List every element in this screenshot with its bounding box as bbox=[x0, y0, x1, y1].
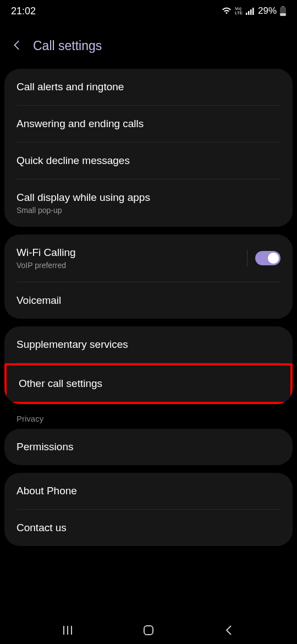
contact-us[interactable]: Contact us bbox=[4, 510, 293, 546]
highlight-annotation: Other call settings bbox=[4, 363, 293, 404]
back-button[interactable] bbox=[223, 624, 235, 636]
about-group: About Phone Contact us bbox=[4, 473, 293, 546]
back-icon[interactable] bbox=[11, 39, 23, 53]
wifi-icon bbox=[222, 7, 232, 15]
item-label: Wi-Fi Calling bbox=[16, 247, 76, 259]
supplementary-services[interactable]: Supplementary services bbox=[4, 326, 293, 363]
navigation-bar bbox=[0, 616, 297, 644]
item-label: Supplementary services bbox=[16, 339, 128, 351]
settings-group-3: Supplementary services Other call settin… bbox=[4, 326, 293, 404]
signal-icon bbox=[246, 7, 255, 15]
answering-ending-calls[interactable]: Answering and ending calls bbox=[4, 106, 293, 142]
svg-rect-0 bbox=[246, 13, 248, 15]
call-alerts-ringtone[interactable]: Call alerts and ringtone bbox=[4, 69, 293, 105]
item-label: About Phone bbox=[16, 485, 77, 497]
item-label: Voicemail bbox=[16, 294, 61, 307]
item-label: Call display while using apps bbox=[16, 192, 150, 204]
item-label: Permissions bbox=[16, 441, 73, 453]
permissions[interactable]: Permissions bbox=[4, 429, 293, 465]
svg-rect-10 bbox=[144, 626, 153, 635]
settings-group-1: Call alerts and ringtone Answering and e… bbox=[4, 69, 293, 227]
battery-icon bbox=[280, 6, 286, 16]
divider bbox=[247, 250, 248, 266]
item-subtitle: VoIP preferred bbox=[16, 261, 76, 270]
call-display-while-using-apps[interactable]: Call display while using apps Small pop-… bbox=[4, 179, 293, 227]
battery-text: 29% bbox=[258, 6, 277, 17]
item-subtitle: Small pop-up bbox=[16, 206, 150, 215]
wifi-calling-toggle[interactable] bbox=[255, 251, 280, 265]
privacy-section-label: Privacy bbox=[4, 412, 293, 429]
svg-rect-4 bbox=[282, 6, 284, 7]
voicemail[interactable]: Voicemail bbox=[4, 282, 293, 319]
item-label: Contact us bbox=[16, 522, 67, 534]
status-indicators: Vo)LTE 29% bbox=[222, 6, 286, 17]
svg-rect-1 bbox=[248, 11, 250, 15]
item-label: Call alerts and ringtone bbox=[16, 81, 124, 93]
quick-decline-messages[interactable]: Quick decline messages bbox=[4, 143, 293, 179]
other-call-settings[interactable]: Other call settings bbox=[7, 365, 290, 402]
settings-group-2: Wi-Fi Calling VoIP preferred Voicemail bbox=[4, 234, 293, 319]
wifi-calling[interactable]: Wi-Fi Calling VoIP preferred bbox=[4, 234, 293, 282]
item-label: Answering and ending calls bbox=[16, 118, 144, 130]
svg-rect-6 bbox=[280, 13, 286, 16]
status-bar: 21:02 Vo)LTE 29% bbox=[0, 0, 297, 22]
page-title: Call settings bbox=[33, 39, 102, 53]
home-button[interactable] bbox=[142, 624, 155, 636]
svg-rect-2 bbox=[250, 9, 252, 15]
about-phone[interactable]: About Phone bbox=[4, 473, 293, 509]
svg-rect-3 bbox=[252, 8, 254, 15]
recents-button[interactable] bbox=[62, 624, 74, 636]
header: Call settings bbox=[0, 22, 297, 69]
privacy-group: Permissions bbox=[4, 429, 293, 465]
item-label: Other call settings bbox=[19, 378, 102, 390]
item-label: Quick decline messages bbox=[16, 155, 130, 167]
status-time: 21:02 bbox=[11, 6, 36, 17]
volte-icon: Vo)LTE bbox=[235, 7, 243, 15]
